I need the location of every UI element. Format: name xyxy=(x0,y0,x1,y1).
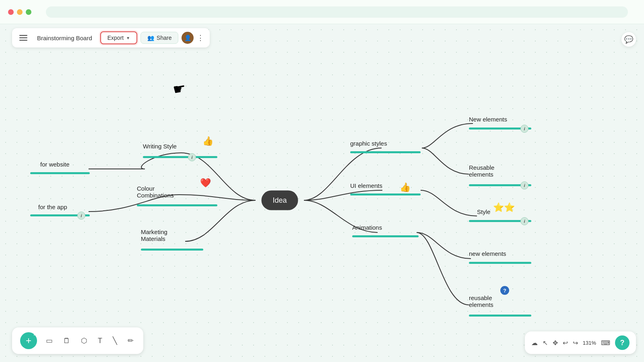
node-marketing-materials[interactable]: MarketingMaterials xyxy=(141,228,167,242)
node-bar-for-website xyxy=(30,172,90,174)
node-bar-new-elements-lower xyxy=(469,262,531,264)
heart-emoji-colour-combinations: ❤️ xyxy=(200,178,211,188)
board-title: Brainstorming Board xyxy=(32,35,97,41)
node-style[interactable]: Style xyxy=(477,208,490,215)
thumbsup-emoji-ui-elements: 👍 xyxy=(400,182,411,193)
node-colour-combinations[interactable]: ColourCombinations xyxy=(137,185,174,199)
keyboard-icon[interactable]: ⌨ xyxy=(601,339,610,347)
node-bar-colour-combinations xyxy=(137,204,217,206)
title-bar xyxy=(0,0,644,24)
zoom-level: 131% xyxy=(583,340,596,346)
close-dot[interactable] xyxy=(8,9,14,15)
node-animations[interactable]: Animations xyxy=(352,224,382,231)
info-badge-style[interactable]: i xyxy=(520,217,528,225)
export-button[interactable]: Export ▼ xyxy=(100,31,137,44)
note-tool-button[interactable]: 🗒 xyxy=(62,335,72,347)
maximize-dot[interactable] xyxy=(26,9,31,15)
plus-icon: + xyxy=(26,336,31,346)
bottom-toolbar: + ▭ 🗒 ⬡ T ╲ ✏ xyxy=(12,327,143,354)
share-icon: 👥 xyxy=(147,35,154,41)
node-for-website[interactable]: for website xyxy=(40,161,70,168)
star-emoji-style: ⭐⭐ xyxy=(493,202,515,213)
minimize-dot[interactable] xyxy=(17,9,23,15)
node-bar-writing-style xyxy=(143,156,217,158)
node-bar-reusable-elements-lower xyxy=(469,315,531,317)
more-options-button[interactable]: ⋮ xyxy=(197,33,204,42)
question-badge-reusable-elements-lower: ? xyxy=(500,286,509,295)
node-writing-style[interactable]: Writing Style xyxy=(143,143,177,150)
info-badge-new-elements[interactable]: i xyxy=(520,125,528,133)
url-bar[interactable] xyxy=(46,6,628,18)
node-bar-graphic-styles xyxy=(350,151,421,153)
center-node[interactable]: Idea xyxy=(261,191,298,210)
highlight-tool-button[interactable]: ✏ xyxy=(126,335,135,347)
cloud-icon[interactable]: ☁ xyxy=(531,339,538,347)
hamburger-icon xyxy=(19,35,27,36)
chevron-down-icon: ▼ xyxy=(126,36,130,40)
rectangle-tool-button[interactable]: ▭ xyxy=(44,335,54,347)
text-tool-button[interactable]: T xyxy=(96,335,104,347)
canvas[interactable]: Idea Writing Style i 👍 ColourCombination… xyxy=(0,24,644,362)
redo-button[interactable]: ↪ xyxy=(573,339,578,347)
bottom-right-toolbar: ☁ ↖ ✥ ↩ ↪ 131% ⌨ ? xyxy=(525,331,636,354)
window-controls xyxy=(8,9,31,15)
node-for-the-app[interactable]: for the app xyxy=(38,204,67,210)
node-new-elements[interactable]: New elements xyxy=(469,116,507,123)
info-badge-for-the-app[interactable]: i xyxy=(77,212,85,220)
node-bar-animations xyxy=(352,235,419,237)
hamburger-icon xyxy=(19,37,27,38)
add-tool-button[interactable]: + xyxy=(20,332,37,349)
main-toolbar: Brainstorming Board Export ▼ 👥 Share 👤 ⋮ xyxy=(12,28,210,47)
undo-button[interactable]: ↩ xyxy=(563,339,568,347)
node-bar-marketing-materials xyxy=(141,249,203,251)
info-badge-writing-style[interactable]: i xyxy=(188,153,196,161)
shape-tool-button[interactable]: ⬡ xyxy=(79,335,89,347)
hamburger-button[interactable] xyxy=(18,33,29,42)
share-button[interactable]: 👥 Share xyxy=(140,32,178,44)
mindmap-connections xyxy=(0,24,644,362)
node-graphic-styles[interactable]: graphic styles xyxy=(350,140,387,147)
node-reusable-elements-lower[interactable]: reusableelements xyxy=(469,294,493,308)
move-tool-icon[interactable]: ✥ xyxy=(553,339,558,347)
node-bar-ui-elements xyxy=(350,193,421,195)
node-new-elements-lower[interactable]: new elements xyxy=(469,250,506,257)
node-reusable-elements-top[interactable]: Reusableelements xyxy=(469,164,494,178)
thumbsup-emoji-writing-style: 👍 xyxy=(202,136,213,146)
node-ui-elements[interactable]: UI elements xyxy=(350,182,382,189)
hamburger-icon xyxy=(19,40,27,41)
help-button[interactable]: ? xyxy=(615,335,630,350)
cursor-tool-icon[interactable]: ↖ xyxy=(543,339,548,347)
info-badge-reusable-elements-top[interactable]: i xyxy=(520,181,528,189)
line-tool-button[interactable]: ╲ xyxy=(111,335,119,347)
avatar[interactable]: 👤 xyxy=(182,32,194,44)
